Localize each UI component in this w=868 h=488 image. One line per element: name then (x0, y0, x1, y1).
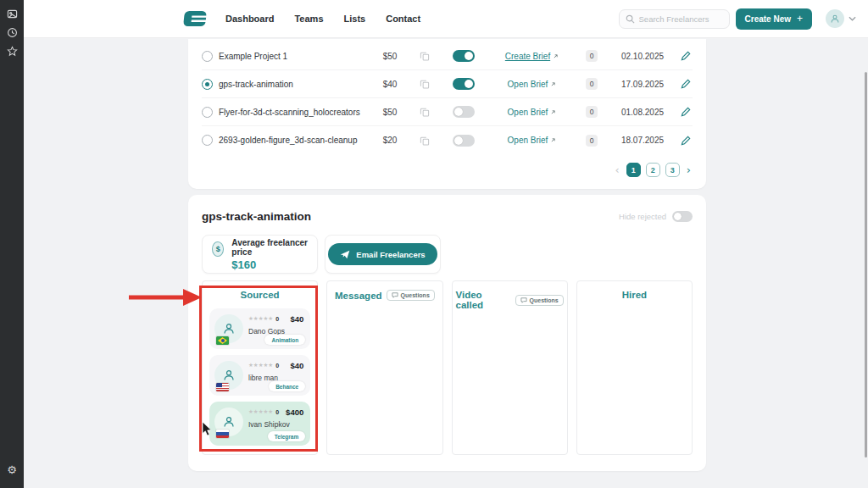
chat-bubble-icon (520, 297, 527, 303)
freelancer-price: $40 (290, 361, 303, 370)
favorites-icon[interactable] (5, 44, 19, 58)
table-row: Flyer-for-3d-ct-scanning_holocreators $5… (202, 98, 693, 126)
copy-icon[interactable] (410, 107, 439, 117)
row-radio[interactable] (202, 79, 213, 90)
project-date: 02.10.2025 (609, 52, 676, 61)
settings-icon[interactable]: ⚙ (5, 463, 19, 476)
brief-link[interactable]: Open Brief (488, 136, 575, 145)
row-radio[interactable] (202, 51, 213, 62)
project-name: gps-track-animation (219, 80, 370, 89)
edit-pencil-icon[interactable] (676, 79, 693, 89)
freelancer-card[interactable]: ★★★★★ 0 $400 Ivan Shipkov Telegram (209, 402, 310, 446)
row-radio[interactable] (202, 107, 213, 118)
project-price: $40 (370, 80, 410, 89)
table-row: gps-track-animation $40 Open Brief 0 17.… (202, 70, 693, 98)
top-nav: DashboardTeamsListsContact Create New + (24, 0, 868, 38)
main-nav: DashboardTeamsListsContact (225, 14, 420, 24)
hide-rejected-label: Hide rejected (619, 212, 666, 221)
pagination-next-icon[interactable]: › (685, 164, 693, 175)
count-badge: 0 (586, 50, 598, 62)
project-name: Flyer-for-3d-ct-scanning_holocreators (219, 108, 370, 117)
search-icon (626, 14, 635, 24)
row-toggle[interactable] (453, 135, 475, 147)
project-name: 2693-golden-figure_3d-scan-cleanup (219, 136, 370, 145)
nav-link[interactable]: Dashboard (225, 14, 274, 24)
freelancer-tag: Behance (269, 381, 305, 391)
freelancer-price: $400 (286, 408, 303, 417)
kanban-column-title: Sourced (241, 290, 280, 300)
country-flag (216, 430, 229, 438)
create-new-button[interactable]: Create New + (736, 8, 812, 30)
user-avatar[interactable] (826, 9, 844, 28)
pagination-page[interactable]: 3 (665, 163, 680, 177)
freelancer-card[interactable]: ★★★★★ 0 $40 libre man Behance (209, 355, 310, 396)
nav-link[interactable]: Teams (294, 14, 323, 24)
brief-link[interactable]: Create Brief (488, 52, 575, 61)
pagination-pages: 123 (626, 163, 680, 177)
questions-badge[interactable]: Questions (515, 295, 564, 306)
history-icon[interactable] (5, 25, 19, 39)
pagination-page[interactable]: 1 (626, 163, 641, 177)
row-toggle[interactable] (453, 78, 475, 90)
kanban-column-title: Messaged (335, 291, 382, 301)
projects-icon[interactable] (5, 7, 19, 20)
edit-pencil-icon[interactable] (676, 136, 693, 146)
brief-caret-icon (554, 54, 558, 58)
freelancer-name: Ivan Shipkov (248, 420, 290, 429)
project-date: 01.08.2025 (609, 108, 676, 117)
nav-link[interactable]: Lists (344, 14, 366, 24)
project-date: 17.09.2025 (609, 80, 676, 89)
rating-count: 0 (275, 363, 279, 369)
rating-count: 0 (275, 316, 279, 322)
table-row: Example Project 1 $50 Create Brief 0 02.… (202, 42, 693, 70)
kanban-column: Messaged Questions (326, 280, 442, 455)
kanban-column: Sourced ★★★★★ 0 $40 Dano Gops Animation … (202, 280, 318, 455)
nav-link[interactable]: Contact (386, 14, 420, 24)
kanban-column: Hired (576, 280, 693, 455)
email-freelancers-label: Email Freelancers (356, 250, 425, 259)
search-input[interactable] (639, 14, 723, 24)
questions-badge[interactable]: Questions (387, 290, 435, 301)
plus-icon: + (797, 13, 803, 25)
rating-stars-icon: ★★★★★ (248, 408, 273, 415)
freelancer-tag: Telegram (268, 431, 305, 441)
brief-link[interactable]: Open Brief (488, 108, 575, 117)
pagination-prev-icon[interactable]: ‹ (614, 164, 621, 175)
row-radio[interactable] (202, 135, 213, 146)
send-icon (340, 250, 350, 259)
count-badge: 0 (586, 135, 598, 147)
copy-icon[interactable] (410, 79, 439, 89)
count-badge: 0 (586, 106, 598, 118)
rating-count: 0 (275, 409, 279, 415)
average-price-value: $160 (231, 258, 308, 271)
rating-stars-icon: ★★★★★ (248, 315, 273, 322)
edit-pencil-icon[interactable] (676, 51, 693, 61)
kanban-column: Video called Questions (452, 280, 568, 455)
table-row: 2693-golden-figure_3d-scan-cleanup $20 O… (202, 126, 693, 154)
copy-icon[interactable] (410, 51, 439, 61)
dollar-icon: $ (212, 241, 224, 257)
row-toggle[interactable] (453, 106, 475, 118)
create-new-label: Create New (745, 14, 791, 24)
brief-caret-icon (551, 110, 555, 114)
brief-link[interactable]: Open Brief (488, 80, 575, 89)
rating-stars-icon: ★★★★★ (248, 362, 273, 369)
hide-rejected-toggle[interactable] (672, 211, 693, 222)
freelancer-card[interactable]: ★★★★★ 0 $40 Dano Gops Animation (209, 308, 310, 349)
brand-logo[interactable] (182, 10, 209, 27)
search-box (619, 9, 730, 29)
copy-icon[interactable] (410, 136, 439, 146)
email-freelancers-button[interactable]: Email Freelancers (328, 243, 437, 265)
average-price-card: $ Average freelancer price $160 (202, 235, 318, 274)
kanban-column-cards (577, 302, 692, 315)
brief-caret-icon (551, 82, 555, 86)
scrollbar-thumb[interactable] (865, 72, 867, 458)
kanban-column-title: Hired (622, 290, 647, 300)
edit-pencil-icon[interactable] (676, 107, 693, 117)
pagination-page[interactable]: 2 (646, 163, 660, 177)
country-flag (216, 383, 229, 391)
projects-table: Example Project 1 $50 Create Brief 0 02.… (202, 42, 693, 154)
chevron-down-icon[interactable] (849, 16, 856, 21)
row-toggle[interactable] (453, 50, 475, 62)
app-sidebar: ⚙ (0, 0, 24, 488)
